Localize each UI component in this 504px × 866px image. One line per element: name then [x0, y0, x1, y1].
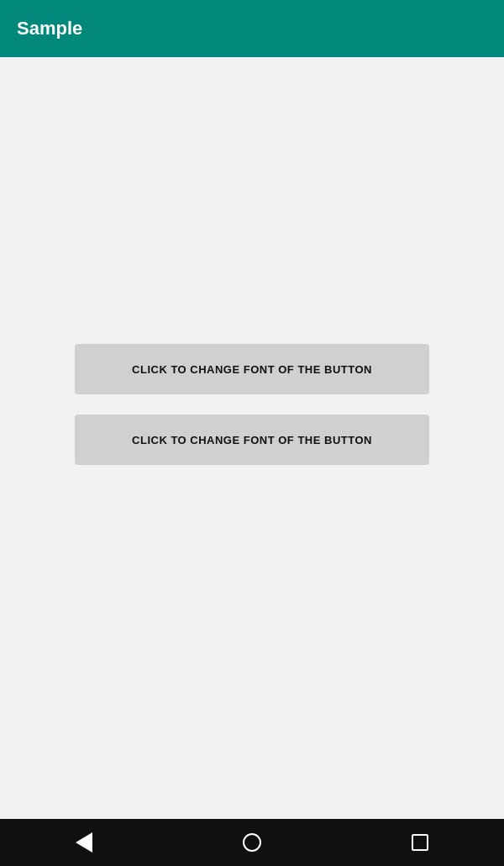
- nav-back-button[interactable]: [67, 826, 101, 859]
- back-icon: [76, 832, 92, 853]
- recents-icon: [412, 834, 428, 851]
- toolbar-title: Sample: [17, 18, 82, 40]
- change-font-button-1[interactable]: CLICK TO CHANGE FONT OF THE BUTTON: [75, 344, 429, 394]
- toolbar: Sample: [0, 0, 504, 57]
- nav-home-button[interactable]: [235, 826, 269, 859]
- change-font-button-2[interactable]: CLICK TO CHANGE FONT OF THE BUTTON: [75, 415, 429, 465]
- main-content: CLICK TO CHANGE FONT OF THE BUTTON CLICK…: [0, 57, 504, 819]
- nav-recents-button[interactable]: [403, 826, 437, 859]
- home-icon: [243, 833, 261, 852]
- nav-bar: [0, 819, 504, 866]
